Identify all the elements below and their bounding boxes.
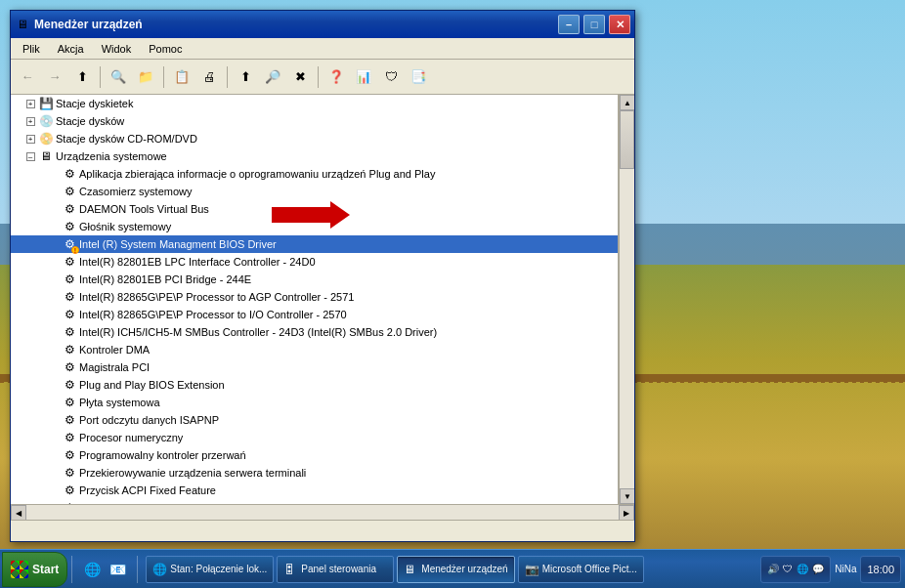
tree-item-t9[interactable]: ⚙!Intel (R) System Managment BIOS Driver [11, 235, 618, 253]
help-button-1[interactable]: ❓ [323, 64, 349, 90]
tree-item-t3[interactable]: +📀Stacje dysków CD-ROM/DVD [11, 130, 618, 147]
tree-expand-icon [46, 324, 62, 340]
task-label: Stan: Połączenie lok... [170, 564, 267, 574]
tree-item-t18[interactable]: ⚙Płyta systemowa [11, 394, 618, 411]
tree-item-icon: ⚙ [62, 342, 77, 357]
tree-item-icon: 📀 [38, 131, 54, 147]
forward-button[interactable]: → [42, 64, 67, 90]
tree-expand-icon[interactable]: + [22, 113, 38, 129]
ql-email-button[interactable]: 📧 [106, 558, 129, 581]
tree-item-label: Przycisk ACPI Fixed Feature [79, 484, 216, 496]
close-button[interactable]: ✕ [609, 15, 630, 34]
scroll-up-arrow[interactable]: ▲ [620, 95, 634, 110]
tree-item-t14[interactable]: ⚙Intel(R) ICH5/ICH5-M SMBus Controller -… [11, 323, 618, 341]
menu-widok[interactable]: Widok [94, 41, 140, 57]
maximize-button[interactable]: □ [583, 15, 605, 34]
tree-item-label: Aplikacja zbierająca informacje o oprogr… [79, 168, 435, 180]
tree-item-t22[interactable]: ⚙Przekierowywanie urządzenia serwera ter… [11, 464, 618, 482]
tree-item-label: Stacje dysków CD-ROM/DVD [56, 133, 197, 145]
menu-pomoc[interactable]: Pomoc [141, 41, 190, 57]
scroll-down-arrow[interactable]: ▼ [620, 488, 634, 504]
taskbar-task-1[interactable]: 🎛Panel sterowania [277, 556, 394, 583]
ql-ie-button[interactable]: 🌐 [80, 558, 104, 581]
tree-expand-icon[interactable]: – [22, 148, 38, 164]
up-button[interactable]: ⬆ [69, 64, 95, 90]
menu-bar: Plik Akcja Widok Pomoc [11, 38, 634, 60]
tree-expand-icon [46, 254, 62, 270]
horizontal-scrollbar[interactable]: ◀ ▶ [11, 504, 634, 520]
help-button-3[interactable]: 🛡 [378, 64, 404, 90]
tree-expand-icon [46, 465, 62, 481]
tree-item-label: Plug and Play BIOS Extension [79, 379, 225, 391]
tree-item-t21[interactable]: ⚙Programowalny kontroler przerwań [11, 446, 618, 464]
tree-item-label: Intel(R) 82801EB LPC Interface Controlle… [79, 256, 316, 268]
tree-item-t12[interactable]: ⚙Intel(R) 82865G\PE\P Processor to AGP C… [11, 288, 618, 306]
taskbar-task-3[interactable]: 📷Microsoft Office Pict... [518, 556, 644, 583]
print-button[interactable]: 🖨 [196, 64, 222, 90]
tree-item-label: Programowalny kontroler przerwań [79, 449, 246, 461]
taskbar-task-0[interactable]: 🌐Stan: Połączenie lok... [146, 556, 274, 583]
taskbar-task-2[interactable]: 🖥Menedżer urządzeń [397, 556, 514, 583]
tree-item-icon: ⚙ [62, 254, 77, 270]
help-button-4[interactable]: 📑 [406, 64, 431, 90]
tree-item-icon: ⚙ [62, 307, 77, 322]
scroll-track[interactable] [620, 110, 634, 488]
tree-expand-icon [46, 236, 62, 252]
tree-item-label: Stacje dysków [56, 115, 124, 127]
tree-item-t2[interactable]: +💿Stacje dysków [11, 112, 618, 130]
tree-item-label: Procesor numeryczny [79, 432, 183, 443]
tree-item-t10[interactable]: ⚙Intel(R) 82801EB LPC Interface Controll… [11, 253, 618, 271]
search-button[interactable]: 🔍 [106, 64, 131, 90]
start-button[interactable]: Start [2, 552, 67, 587]
properties-button[interactable]: 📋 [169, 64, 194, 90]
horizontal-scroll-track[interactable] [26, 505, 619, 520]
tree-item-icon: ⚙ [62, 272, 77, 287]
tree-item-t19[interactable]: ⚙Port odczytu danych ISAPNP [11, 411, 618, 429]
update-driver-button[interactable]: ⬆ [233, 64, 258, 90]
username-label: NiNa [835, 564, 856, 574]
uninstall-button[interactable]: ✖ [287, 64, 313, 90]
menu-plik[interactable]: Plik [15, 41, 48, 57]
tree-item-t13[interactable]: ⚙Intel(R) 82865G\PE\P Processor to I/O C… [11, 306, 618, 323]
tree-item-t1[interactable]: +💾Stacje dyskietek [11, 95, 618, 112]
tree-item-icon: ⚙ [62, 201, 77, 217]
tree-expand-icon [46, 289, 62, 305]
tree-item-t23[interactable]: ⚙Przycisk ACPI Fixed Feature [11, 482, 618, 499]
device-manager-window: 🖥 Menedżer urządzeń – □ ✕ Plik Akcja Wid… [10, 10, 635, 542]
tree-item-t15[interactable]: ⚙Kontroler DMA [11, 341, 618, 358]
scroll-left-arrow[interactable]: ◀ [11, 505, 26, 521]
folders-button[interactable]: 📁 [133, 64, 158, 90]
tree-item-t5[interactable]: ⚙Aplikacja zbierająca informacje o oprog… [11, 165, 618, 183]
scan-hardware-button[interactable]: 🔎 [260, 64, 285, 90]
tree-item-t11[interactable]: ⚙Intel(R) 82801EB PCI Bridge - 244E [11, 271, 618, 288]
tree-item-icon: ⚙ [62, 377, 77, 393]
minimize-button[interactable]: – [558, 15, 580, 34]
tree-expand-icon [46, 395, 62, 410]
tree-expand-icon [46, 430, 62, 445]
tree-expand-icon [46, 184, 62, 199]
tree-expand-icon[interactable]: + [22, 131, 38, 147]
tree-expand-icon[interactable]: + [22, 96, 38, 111]
tree-item-label: Płyta systemowa [79, 397, 160, 408]
scroll-thumb[interactable] [620, 110, 634, 169]
back-button[interactable]: ← [15, 64, 40, 90]
menu-akcja[interactable]: Akcja [50, 41, 92, 57]
tree-item-t20[interactable]: ⚙Procesor numeryczny [11, 429, 618, 446]
tree-item-t4[interactable]: –🖥Urządzenia systemowe [11, 147, 618, 165]
tree-item-label: Intel(R) ICH5/ICH5-M SMBus Controller - … [79, 326, 437, 338]
device-tree[interactable]: +💾Stacje dyskietek+💿Stacje dysków+📀Stacj… [11, 95, 619, 504]
tree-item-icon: ⚙ [62, 412, 77, 428]
tree-item-t16[interactable]: ⚙Magistrala PCI [11, 358, 618, 376]
tree-item-label: Intel(R) 82801EB PCI Bridge - 244E [79, 273, 251, 285]
tree-item-label: DAEMON Tools Virtual Bus [79, 203, 209, 215]
tree-item-label: Głośnik systemowy [79, 221, 171, 232]
help-button-2[interactable]: 📊 [351, 64, 376, 90]
tree-item-t17[interactable]: ⚙Plug and Play BIOS Extension [11, 376, 618, 394]
task-label: Panel sterowania [301, 564, 376, 574]
tree-expand-icon [46, 483, 62, 498]
scroll-right-arrow[interactable]: ▶ [619, 505, 634, 521]
toolbar: ← → ⬆ 🔍 📁 📋 🖨 ⬆ 🔎 ✖ ❓ 📊 🛡 📑 [11, 60, 634, 95]
vertical-scrollbar[interactable]: ▲ ▼ [619, 95, 634, 504]
tree-item-t6[interactable]: ⚙Czasomierz systemowy [11, 183, 618, 200]
tree-item-icon: ⚙ [62, 483, 77, 498]
